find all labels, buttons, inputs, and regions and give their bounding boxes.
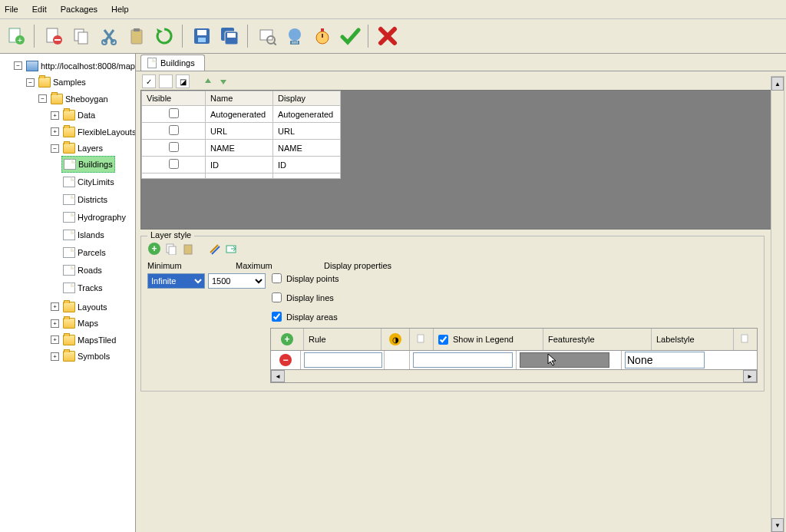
display-lines-row[interactable]: Display lines xyxy=(272,292,339,302)
menu-edit[interactable]: Edit xyxy=(32,5,47,14)
grid-row[interactable]: URLURL xyxy=(142,123,341,140)
rule-row[interactable]: − xyxy=(270,351,758,370)
rule-name-input[interactable] xyxy=(304,352,382,368)
tree-layer-citylimits[interactable]: CityLimits xyxy=(61,174,116,190)
xml-edit-icon[interactable]: xml xyxy=(282,23,308,49)
menu-help[interactable]: Help xyxy=(111,5,129,14)
tab-buildings[interactable]: Buildings xyxy=(140,55,205,71)
maximum-combo[interactable]: 1500 xyxy=(208,273,266,289)
menu-packages[interactable]: Packages xyxy=(61,5,97,14)
move-up-icon[interactable] xyxy=(202,75,214,88)
add-rule-icon[interactable]: + xyxy=(281,333,293,345)
menu-file[interactable]: File xyxy=(5,5,18,14)
move-down-icon[interactable] xyxy=(217,75,230,88)
paste-icon[interactable] xyxy=(124,23,150,49)
expand-icon[interactable]: + xyxy=(51,335,59,344)
remove-rule-icon[interactable]: − xyxy=(279,354,292,366)
save-icon[interactable] xyxy=(189,23,215,49)
expand-icon[interactable]: + xyxy=(51,111,59,120)
display-points-checkbox[interactable] xyxy=(272,273,282,283)
labelstyle-input[interactable] xyxy=(625,352,705,368)
collapse-icon[interactable]: − xyxy=(26,78,35,87)
tree-root[interactable]: − http://localhost:8008/mapguide xyxy=(12,58,136,74)
visible-checkbox[interactable] xyxy=(169,108,179,118)
editor-vscrollbar[interactable]: ▲ ▼ xyxy=(771,76,784,532)
folder-icon xyxy=(63,110,75,121)
checkbox-label: Display areas xyxy=(286,312,338,322)
visible-checkbox[interactable] xyxy=(169,142,179,152)
display-lines-checkbox[interactable] xyxy=(272,292,282,302)
group-title: Layer style xyxy=(147,230,194,240)
invert-check-icon[interactable]: ◪ xyxy=(176,74,190,88)
expand-icon[interactable]: + xyxy=(51,127,59,136)
refresh-icon[interactable] xyxy=(151,23,177,49)
open-style-icon[interactable] xyxy=(224,242,238,256)
cut-icon[interactable] xyxy=(96,23,122,49)
rule-options-icon[interactable] xyxy=(734,329,757,350)
tree-layer-tracks[interactable]: Tracks xyxy=(61,280,104,296)
copy-icon[interactable] xyxy=(68,23,94,49)
tree-data[interactable]: +Data xyxy=(49,107,97,123)
scroll-left-icon[interactable]: ◄ xyxy=(271,370,285,382)
duplicate-rule-icon[interactable]: ◑ xyxy=(389,333,401,345)
grid-row-empty[interactable] xyxy=(142,173,341,179)
show-in-legend-checkbox[interactable] xyxy=(438,335,448,345)
copy-range-icon[interactable] xyxy=(164,242,178,256)
new-file-icon[interactable]: + xyxy=(3,23,29,49)
minimum-combo[interactable]: Infinite xyxy=(147,273,205,289)
display-points-row[interactable]: Display points xyxy=(272,273,339,283)
grid-row[interactable]: IDID xyxy=(142,157,341,173)
folder-icon xyxy=(51,94,63,104)
col-visible[interactable]: Visible xyxy=(142,91,206,106)
rule-hscrollbar[interactable]: ◄ ► xyxy=(270,370,758,383)
delete-file-icon[interactable] xyxy=(41,23,67,49)
featurestyle-swatch[interactable] xyxy=(520,352,609,368)
tree-symbols[interactable]: +Symbols xyxy=(49,349,111,364)
svg-rect-11 xyxy=(134,28,140,31)
tree-layouts[interactable]: +Layouts xyxy=(49,299,109,315)
grid-row[interactable]: AutogeneratedAutogenerated xyxy=(142,106,341,123)
expand-icon[interactable]: + xyxy=(51,319,59,328)
expand-icon[interactable]: + xyxy=(51,352,59,361)
tree-layer-districts[interactable]: Districts xyxy=(61,192,109,207)
tree-flexiblelayouts[interactable]: +FlexibleLayouts xyxy=(49,124,136,140)
visible-checkbox[interactable] xyxy=(169,159,179,169)
check-all-icon[interactable]: ✓ xyxy=(142,74,156,88)
scroll-right-icon[interactable]: ► xyxy=(743,370,757,382)
tree-layer-roads[interactable]: Roads xyxy=(61,263,104,278)
collapse-icon[interactable]: − xyxy=(51,144,59,153)
close-icon[interactable] xyxy=(375,23,401,49)
validate-icon[interactable] xyxy=(337,23,363,49)
tree-layers[interactable]: −Layers xyxy=(49,140,104,156)
collapse-icon[interactable]: − xyxy=(38,94,47,103)
tree-mapstiled[interactable]: +MapsTiled xyxy=(49,332,117,348)
paste-range-icon[interactable] xyxy=(181,242,195,256)
expand-icon[interactable]: + xyxy=(51,302,59,311)
add-range-icon[interactable]: + xyxy=(147,242,161,256)
save-all-icon[interactable] xyxy=(216,23,243,49)
timer-icon[interactable] xyxy=(309,23,335,49)
tree-samples[interactable]: − Samples xyxy=(25,74,88,90)
preview-icon[interactable] xyxy=(254,23,280,49)
tree-layer-parcels[interactable]: Parcels xyxy=(61,245,107,260)
display-areas-checkbox[interactable] xyxy=(272,312,282,322)
visible-checkbox[interactable] xyxy=(169,125,179,135)
tree-layer-buildings[interactable]: Buildings xyxy=(61,156,115,173)
col-display[interactable]: Display xyxy=(273,91,341,106)
edit-style-icon[interactable] xyxy=(207,242,221,256)
tree-maps[interactable]: +Maps xyxy=(49,316,100,331)
collapse-icon[interactable]: − xyxy=(14,61,22,70)
col-name[interactable]: Name xyxy=(206,91,273,106)
layer-style-toolbar: + xyxy=(147,241,758,256)
tree-sheboygan[interactable]: − Sheboygan xyxy=(37,91,110,107)
display-areas-row[interactable]: Display areas xyxy=(272,312,339,322)
svg-rect-25 xyxy=(321,28,324,31)
scroll-up-icon[interactable]: ▲ xyxy=(771,77,784,91)
copy-rule-icon[interactable] xyxy=(410,329,434,350)
tree-layer-islands[interactable]: Islands xyxy=(61,227,106,243)
uncheck-all-icon[interactable] xyxy=(159,74,173,88)
rule-filter-input[interactable] xyxy=(413,352,513,368)
tree-layer-hydrography[interactable]: Hydrography xyxy=(61,210,127,225)
scroll-down-icon[interactable]: ▼ xyxy=(771,518,784,532)
grid-row[interactable]: NAMENAME xyxy=(142,140,341,157)
